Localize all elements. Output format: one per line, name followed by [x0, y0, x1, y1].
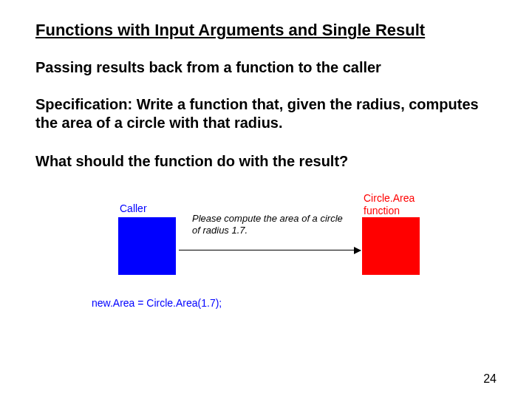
specification-text: Specification: Write a function that, gi…: [35, 95, 497, 132]
arrow-icon: [179, 250, 361, 250]
function-box: [362, 217, 420, 275]
slide-title: Functions with Input Arguments and Singl…: [35, 21, 497, 40]
message-text: Please compute the area of a circle of r…: [192, 213, 347, 237]
caller-function-diagram: Caller Circle.Area function Please compu…: [89, 198, 443, 324]
caller-label: Caller: [120, 202, 147, 214]
code-line: new.Area = Circle.Area(1.7);: [92, 297, 222, 309]
caller-box: [118, 217, 176, 275]
question-text: What should the function do with the res…: [35, 153, 497, 170]
page-number: 24: [483, 372, 497, 386]
slide-subtitle: Passing results back from a function to …: [35, 59, 497, 76]
function-label: Circle.Area function: [364, 192, 415, 217]
slide: Functions with Input Arguments and Singl…: [0, 0, 532, 399]
